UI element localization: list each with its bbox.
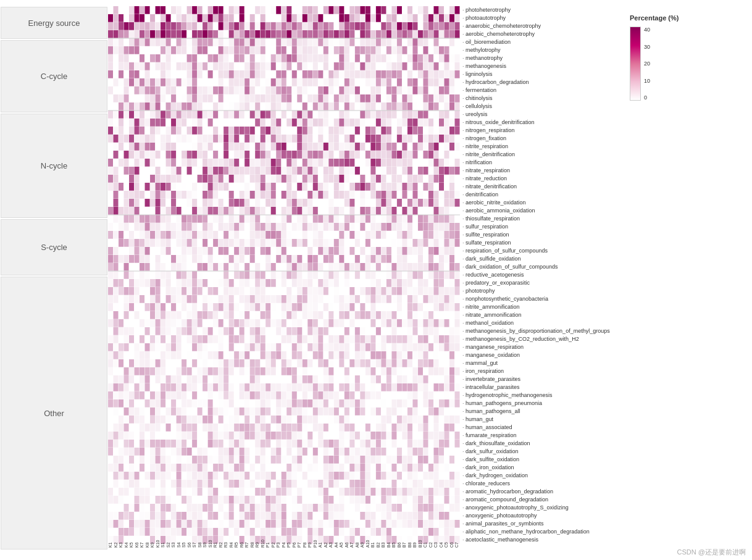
group-label-other: Other xyxy=(1,277,107,550)
x-tick-label: C6 xyxy=(449,492,455,548)
x-tick-label: B5 xyxy=(391,492,397,548)
x-tick-label: P4 xyxy=(282,492,287,548)
x-tick-label: B2 xyxy=(376,492,382,548)
x-tick-label: P2 xyxy=(271,492,277,548)
legend: Percentage (%) 40 30 20 10 0 xyxy=(620,5,701,550)
x-tick-label: P7 xyxy=(297,492,303,548)
x-tick-label: K10 xyxy=(156,492,161,548)
x-tick-label: P1 xyxy=(265,492,271,548)
x-tick-label: R10 xyxy=(261,492,266,548)
x-tick-label: A10 xyxy=(366,492,371,548)
group-label-energy: Energy source xyxy=(1,7,107,39)
x-tick-label: K5 xyxy=(129,492,135,548)
x-tick-label: A3 xyxy=(328,492,334,548)
x-tick-label: P10 xyxy=(313,492,319,548)
x-tick-label: S5 xyxy=(182,492,187,548)
group-label-ncycle: N-cycle xyxy=(1,114,107,218)
row-labels-other: reductive_acetogenesis predatory_or_exop… xyxy=(462,271,620,544)
x-tick-label: B4 xyxy=(386,492,392,548)
x-tick-label: K8 xyxy=(145,492,151,548)
group-label-ccycle: C-cycle xyxy=(1,40,107,112)
x-tick-label: C3 xyxy=(433,492,439,548)
x-axis-labels: K1K2K3K4K5K6K7K8K9K10S1S2S3S4S5S6S7S8S9S… xyxy=(108,492,460,548)
x-tick-label: S7 xyxy=(192,492,198,548)
x-tick-label: R5 xyxy=(234,492,240,548)
x-tick-label: K9 xyxy=(150,492,156,548)
x-tick-label: R9 xyxy=(255,492,261,548)
x-tick-label: S10 xyxy=(208,492,214,548)
row-labels-ncycle: ureolysis nitrous_oxide_denitrification … xyxy=(462,111,620,215)
group-label-scycle: S-cycle xyxy=(1,219,107,275)
x-tick-label: K1 xyxy=(108,492,114,548)
x-tick-label: C1 xyxy=(423,492,428,548)
x-tick-label: P3 xyxy=(276,492,282,548)
x-tick-label: P8 xyxy=(303,492,308,548)
x-tick-label: C2 xyxy=(428,492,434,548)
x-tick-label: A5 xyxy=(339,492,345,548)
x-tick-label: A2 xyxy=(324,492,329,548)
x-tick-label: K3 xyxy=(119,492,124,548)
x-tick-label: R2 xyxy=(219,492,224,548)
x-tick-label: A6 xyxy=(345,492,350,548)
x-tick-label: R8 xyxy=(250,492,256,548)
legend-title: Percentage (%) xyxy=(630,14,701,22)
row-labels-scycle: thiosulfate_respiration sulfur_respirati… xyxy=(462,215,620,271)
x-tick-label: B6 xyxy=(397,492,403,548)
x-tick-label: K6 xyxy=(135,492,140,548)
x-tick-label: S9 xyxy=(203,492,208,548)
x-tick-label: R3 xyxy=(224,492,229,548)
x-tick-label: A7 xyxy=(349,492,355,548)
x-tick-label: C7 xyxy=(454,492,460,548)
legend-tick-labels: 40 30 20 10 0 xyxy=(644,27,650,101)
legend-gradient-bar xyxy=(630,27,641,101)
x-tick-label: B10 xyxy=(418,492,424,548)
row-labels: photoheterotrophy photoautotrophy anaero… xyxy=(460,5,620,550)
x-tick-label: B3 xyxy=(381,492,386,548)
heatmap-canvas xyxy=(108,5,460,550)
x-tick-label: A1 xyxy=(318,492,324,548)
x-tick-label: B9 xyxy=(412,492,418,548)
x-tick-label: B8 xyxy=(407,492,413,548)
x-tick-label: S4 xyxy=(177,492,182,548)
x-tick-label: R6 xyxy=(240,492,245,548)
x-tick-label: B7 xyxy=(402,492,407,548)
x-tick-label: K4 xyxy=(124,492,130,548)
x-tick-label: C5 xyxy=(444,492,449,548)
watermark: CSDN @还是要前进啊 xyxy=(677,548,746,557)
x-tick-label: K2 xyxy=(114,492,119,548)
x-tick-label: A9 xyxy=(360,492,366,548)
x-tick-label: P5 xyxy=(286,492,292,548)
row-labels-ccycle: oil_bioremediation methylotrophy methano… xyxy=(462,38,620,111)
y-axis-group-labels: Energy source C-cycle N-cycle S-cycle Ot… xyxy=(0,5,108,550)
x-tick-label: P9 xyxy=(307,492,313,548)
x-tick-label: S8 xyxy=(198,492,203,548)
x-tick-label: P6 xyxy=(292,492,298,548)
x-tick-label: A4 xyxy=(334,492,340,548)
x-tick-label: A8 xyxy=(355,492,361,548)
x-tick-label: R1 xyxy=(213,492,219,548)
x-tick-label: K7 xyxy=(140,492,145,548)
row-labels-energy: photoheterotrophy photoautotrophy anaero… xyxy=(462,6,620,38)
x-tick-label: B1 xyxy=(370,492,376,548)
x-tick-label: R7 xyxy=(244,492,250,548)
x-tick-label: R4 xyxy=(229,492,235,548)
x-tick-label: S2 xyxy=(166,492,172,548)
x-tick-label: S3 xyxy=(171,492,177,548)
x-tick-label: C4 xyxy=(439,492,445,548)
x-tick-label: S1 xyxy=(161,492,166,548)
x-tick-label: S6 xyxy=(187,492,193,548)
